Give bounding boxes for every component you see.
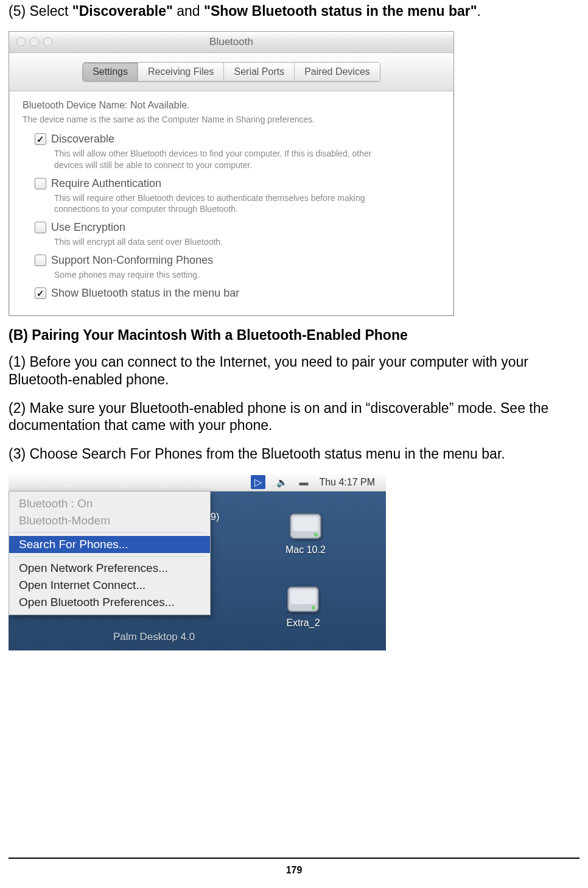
label-discoverable: Discoverable [51, 133, 114, 146]
device-name-subtext: The device name is the same as the Compu… [23, 115, 443, 124]
disk-mac-10-2[interactable]: Mac 10.2 [285, 510, 326, 555]
volume-icon[interactable]: 🔈 [276, 477, 288, 488]
menu-bar: ▷ 🔈 ▬ Thu 4:17 PM [9, 474, 386, 492]
tab-settings[interactable]: Settings [83, 63, 138, 81]
menu-separator [13, 556, 206, 557]
label-support-nonconforming-phones: Support Non-Conforming Phones [51, 254, 213, 267]
svg-rect-4 [290, 590, 316, 604]
partial-label: 9) [211, 512, 219, 523]
checkbox-use-encryption[interactable] [35, 222, 46, 233]
menu-item-open-internet-connect[interactable]: Open Internet Connect... [9, 577, 210, 594]
footer-rule [9, 858, 579, 859]
checkbox-discoverable[interactable] [35, 133, 46, 145]
svg-point-5 [312, 606, 315, 610]
label-require-authentication: Require Authentication [51, 177, 161, 190]
window-titlebar: Bluetooth [9, 32, 453, 53]
disk-extra-2[interactable]: Extra_2 [285, 583, 321, 629]
menu-bar-clock[interactable]: Thu 4:17 PM [319, 477, 375, 488]
tab-serial-ports[interactable]: Serial Ports [224, 63, 295, 81]
para-3: (3) Choose Search For Phones from the Bl… [9, 445, 584, 463]
svg-point-2 [314, 533, 318, 537]
menu-item-bluetooth-modem: Bluetooth-Modem [9, 512, 210, 529]
hard-disk-icon [285, 583, 321, 615]
label-use-encryption: Use Encryption [51, 221, 125, 234]
menu-item-open-bluetooth-preferences[interactable]: Open Bluetooth Preferences... [9, 594, 210, 611]
tab-paired-devices[interactable]: Paired Devices [295, 63, 380, 81]
tab-toolbar: Settings Receiving Files Serial Ports Pa… [9, 53, 453, 91]
menu-item-open-network-preferences[interactable]: Open Network Preferences... [9, 560, 210, 577]
menu-item-search-for-phones[interactable]: Search For Phones... [9, 536, 210, 553]
bluetooth-status-menu: Bluetooth : On Bluetooth-Modem Search Fo… [9, 491, 211, 615]
menu-separator [13, 532, 206, 533]
bluetooth-status-icon[interactable]: ▷ [251, 475, 265, 489]
desktop-screenshot: ▷ 🔈 ▬ Thu 4:17 PM Bluetooth : On Bluetoo… [9, 474, 386, 650]
checkbox-support-nonconforming-phones[interactable] [35, 255, 46, 266]
menu-item-bluetooth-on: Bluetooth : On [9, 495, 210, 512]
checkbox-require-authentication[interactable] [35, 178, 46, 189]
device-name-line: Bluetooth Device Name: Not Available. [23, 100, 443, 111]
step5-text: (5) Select "Discoverable" and "Show Blue… [9, 2, 584, 20]
para-2: (2) Make sure your Bluetooth-enabled pho… [9, 400, 584, 435]
disk-label: Mac 10.2 [285, 544, 326, 555]
desc-support-nonconforming-phones: Some phones may require this setting. [54, 269, 395, 281]
para-1: (1) Before you can connect to the Intern… [9, 353, 584, 389]
hard-disk-icon [288, 510, 323, 542]
page-number: 179 [0, 865, 588, 876]
tab-receiving-files[interactable]: Receiving Files [138, 63, 224, 81]
desc-require-authentication: This will require other Bluetooth device… [54, 192, 395, 216]
label-show-bluetooth-status: Show Bluetooth status in the menu bar [51, 287, 239, 300]
battery-icon[interactable]: ▬ [299, 477, 308, 487]
desc-use-encryption: This will encrypt all data sent over Blu… [54, 236, 395, 248]
checkbox-show-bluetooth-status[interactable] [35, 287, 46, 299]
window-title: Bluetooth [9, 36, 453, 48]
background-icon-label: Palm Desktop 4.0 [113, 631, 195, 643]
disk-label: Extra_2 [286, 618, 320, 629]
svg-rect-1 [293, 516, 318, 531]
section-b-heading: (B) Pairing Your Macintosh With a Blueto… [9, 327, 584, 344]
desc-discoverable: This will allow other Bluetooth devices … [54, 148, 395, 171]
bluetooth-prefs-window: Bluetooth Settings Receiving Files Seria… [9, 31, 454, 316]
